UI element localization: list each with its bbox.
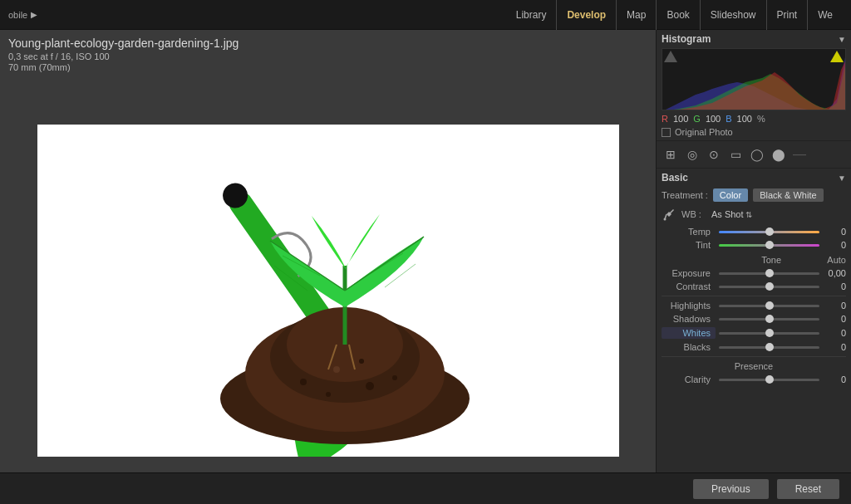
- adjustment-brush-icon[interactable]: ⬤: [770, 145, 788, 164]
- nav-book[interactable]: Book: [657, 0, 700, 30]
- exposure-slider-row: Exposure 0,00: [662, 268, 846, 278]
- photo-svg: [37, 125, 619, 457]
- svg-point-9: [366, 382, 374, 390]
- clarity-track[interactable]: [719, 379, 819, 381]
- reset-button[interactable]: Reset: [777, 479, 839, 499]
- rgb-readout: R 100 G 100 B 100 %: [662, 114, 846, 124]
- b-label: B: [726, 114, 731, 124]
- contrast-thumb[interactable]: [765, 282, 774, 291]
- section-divider-1: [662, 296, 846, 296]
- histogram-title: Histogram: [662, 33, 711, 45]
- svg-point-12: [359, 359, 364, 364]
- shadow-clip-warning-icon[interactable]: [664, 51, 677, 62]
- temp-value: 0: [823, 227, 846, 237]
- blacks-thumb[interactable]: [765, 343, 774, 351]
- auto-btn[interactable]: Auto: [827, 255, 846, 265]
- temp-slider-row: Temp 0: [662, 227, 846, 237]
- whites-slider-row: Whites 0: [662, 327, 846, 339]
- tone-label: Tone: [662, 255, 827, 265]
- histogram-section: Histogram ▼: [657, 30, 851, 141]
- temp-label: Temp: [662, 227, 716, 237]
- crop-tool-icon[interactable]: ⊞: [662, 145, 680, 164]
- previous-button[interactable]: Previous: [693, 479, 769, 499]
- highlights-value: 0: [823, 301, 846, 311]
- basic-collapse-icon[interactable]: ▼: [838, 174, 846, 183]
- photo-title: Young-plant-ecology-garden-gardening-1.j…: [8, 37, 647, 50]
- svg-point-7: [300, 379, 307, 385]
- histogram-canvas: [662, 48, 846, 110]
- treatment-bw-btn[interactable]: Black & White: [753, 188, 823, 202]
- mobile-arrow-icon: ▶: [31, 10, 37, 19]
- nav-print[interactable]: Print: [767, 0, 809, 30]
- treatment-color-btn[interactable]: Color: [713, 188, 748, 202]
- exposure-thumb[interactable]: [765, 269, 774, 277]
- photo-image: [37, 125, 619, 457]
- wb-row: WB : As Shot: [662, 207, 846, 222]
- highlights-label: Highlights: [662, 301, 716, 311]
- exposure-track[interactable]: [719, 272, 819, 275]
- mobile-nav-label: obile ▶: [8, 10, 37, 20]
- shadows-label: Shadows: [662, 314, 716, 324]
- highlights-slider-row: Highlights 0: [662, 301, 846, 311]
- blacks-track[interactable]: [719, 346, 819, 349]
- g-value: 100: [706, 114, 721, 124]
- tint-label: Tint: [662, 240, 716, 250]
- photo-metadata: Young-plant-ecology-garden-gardening-1.j…: [8, 37, 647, 72]
- shadows-track[interactable]: [719, 318, 819, 321]
- wb-label: WB :: [681, 209, 706, 219]
- tint-track[interactable]: [719, 244, 819, 247]
- photo-exposure: 0,3 sec at f / 16, ISO 100: [8, 51, 647, 61]
- histogram-collapse-icon[interactable]: ▼: [838, 35, 846, 44]
- spot-removal-icon[interactable]: ◎: [683, 145, 701, 164]
- nav-develop[interactable]: Develop: [557, 0, 617, 30]
- svg-point-10: [392, 375, 397, 380]
- wb-value[interactable]: As Shot: [711, 209, 752, 219]
- highlights-thumb[interactable]: [765, 301, 774, 310]
- blacks-label: Blacks: [662, 342, 716, 352]
- nav-web[interactable]: We: [808, 0, 843, 30]
- tone-header: Tone Auto: [662, 255, 846, 265]
- presence-label: Presence: [662, 361, 846, 371]
- wb-eyedropper-icon[interactable]: [662, 207, 676, 222]
- histogram-header: Histogram ▼: [662, 33, 846, 45]
- photo-lens: 70 mm (70mm): [8, 62, 647, 72]
- tint-thumb[interactable]: [765, 241, 774, 249]
- mobile-label: obile: [8, 10, 27, 20]
- shadows-thumb[interactable]: [765, 315, 774, 323]
- highlight-clip-warning-icon[interactable]: [830, 51, 844, 62]
- basic-header: Basic ▼: [662, 172, 846, 183]
- clarity-label: Clarity: [662, 374, 716, 384]
- contrast-track[interactable]: [719, 286, 819, 288]
- clarity-slider-row: Clarity 0: [662, 374, 846, 384]
- graduated-filter-icon[interactable]: ▭: [726, 145, 745, 164]
- shadows-value: 0: [823, 314, 846, 324]
- exposure-label: Exposure: [662, 268, 716, 278]
- section-divider-2: [662, 356, 846, 357]
- photo-panel: Young-plant-ecology-garden-gardening-1.j…: [0, 30, 656, 504]
- original-photo-label: Original Photo: [675, 127, 733, 137]
- eyedropper-svg: [662, 208, 676, 221]
- temp-thumb[interactable]: [765, 228, 774, 236]
- basic-section: Basic ▼ Treatment : Color Black & White: [657, 169, 851, 504]
- g-label: G: [693, 114, 701, 124]
- bottom-bar: Previous Reset: [0, 472, 851, 504]
- photo-container: [8, 77, 647, 504]
- clarity-value: 0: [823, 374, 846, 384]
- radial-filter-icon[interactable]: ◯: [748, 145, 766, 164]
- nav-links: Library Develop Map Book Slideshow Print…: [506, 0, 843, 30]
- contrast-value: 0: [823, 281, 846, 291]
- original-photo-row: Original Photo: [662, 127, 846, 137]
- shadows-slider-row: Shadows 0: [662, 314, 846, 324]
- original-photo-checkbox[interactable]: [662, 128, 671, 137]
- redeye-icon[interactable]: ⊙: [705, 145, 723, 164]
- nav-slideshow[interactable]: Slideshow: [701, 0, 767, 30]
- clarity-thumb[interactable]: [765, 375, 774, 384]
- highlights-track[interactable]: [719, 305, 819, 307]
- temp-track[interactable]: [719, 231, 819, 233]
- top-navigation: obile ▶ Library Develop Map Book Slidesh…: [0, 0, 851, 30]
- nav-library[interactable]: Library: [506, 0, 558, 30]
- whites-thumb[interactable]: [765, 329, 774, 337]
- r-label: R: [662, 114, 668, 124]
- whites-track[interactable]: [719, 332, 819, 335]
- nav-map[interactable]: Map: [617, 0, 657, 30]
